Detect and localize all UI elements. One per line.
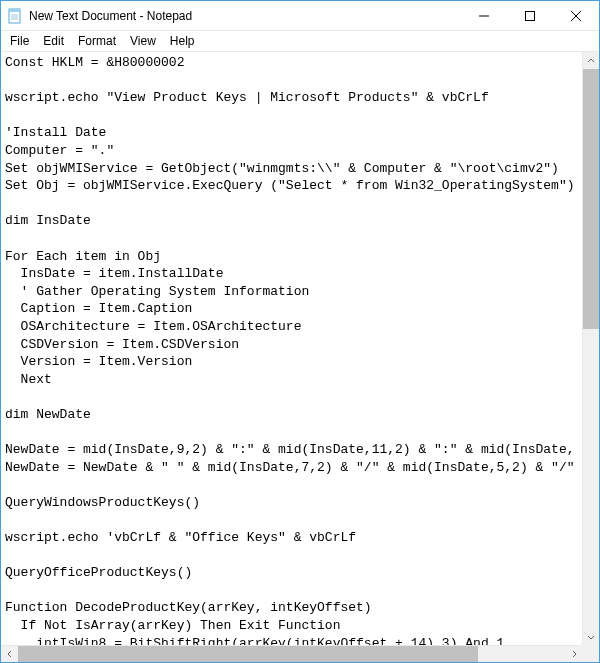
scroll-right-arrow-icon[interactable]: [565, 646, 582, 662]
svg-rect-1: [9, 9, 20, 12]
horizontal-scrollbar[interactable]: [1, 645, 582, 662]
scroll-left-arrow-icon[interactable]: [1, 646, 18, 662]
content-area: Const HKLM = &H80000002 wscript.echo "Vi…: [1, 51, 599, 662]
svg-rect-6: [526, 11, 535, 20]
menubar: File Edit Format View Help: [1, 31, 599, 51]
vertical-scrollbar[interactable]: [582, 52, 599, 645]
menu-help[interactable]: Help: [163, 33, 202, 49]
titlebar-left: New Text Document - Notepad: [7, 8, 192, 24]
scroll-down-arrow-icon[interactable]: [583, 628, 599, 645]
scroll-up-arrow-icon[interactable]: [583, 52, 599, 69]
window-title: New Text Document - Notepad: [29, 9, 192, 23]
window-controls: [461, 1, 599, 30]
menu-edit[interactable]: Edit: [36, 33, 71, 49]
notepad-icon: [7, 8, 23, 24]
menu-format[interactable]: Format: [71, 33, 123, 49]
scroll-thumb-vertical[interactable]: [583, 69, 599, 329]
maximize-button[interactable]: [507, 1, 553, 30]
text-editor[interactable]: Const HKLM = &H80000002 wscript.echo "Vi…: [1, 52, 582, 645]
titlebar: New Text Document - Notepad: [1, 1, 599, 31]
scroll-thumb-horizontal[interactable]: [18, 646, 478, 662]
menu-file[interactable]: File: [3, 33, 36, 49]
close-button[interactable]: [553, 1, 599, 30]
menu-view[interactable]: View: [123, 33, 163, 49]
minimize-button[interactable]: [461, 1, 507, 30]
scroll-corner: [582, 645, 599, 662]
